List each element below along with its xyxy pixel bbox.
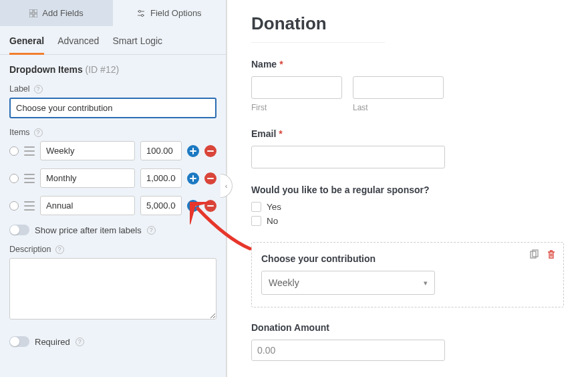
tab-field-options-label: Field Options [150,8,202,18]
first-sublabel: First [251,103,342,112]
email-label-text: Email [251,128,276,139]
item-price-input[interactable] [140,196,182,215]
help-icon[interactable]: ? [34,128,43,137]
checkbox-no-label: No [267,216,278,226]
item-label-input[interactable] [40,168,135,188]
item-default-radio[interactable] [9,201,19,211]
add-item-button[interactable] [187,172,199,184]
subtab-general[interactable]: General [9,35,44,55]
item-label-input[interactable] [40,141,135,160]
label-heading: Label [9,84,30,94]
item-row [9,168,216,188]
remove-item-button[interactable] [204,145,216,157]
selected-field-wrapper[interactable]: Choose your contribution Weekly ▾ [251,242,564,307]
svg-point-6 [139,10,141,12]
sponsor-question: Would you like to be a regular sponsor? [251,184,564,195]
item-row [9,196,216,215]
dropdown-selected-value: Weekly [269,277,299,288]
section-title: Dropdown Items (ID #12) [9,64,216,75]
remove-item-button[interactable] [204,172,216,184]
drag-handle-icon[interactable] [24,174,35,183]
label-input[interactable] [9,98,216,118]
svg-rect-0 [29,9,33,13]
show-price-label: Show price after item labels [35,225,142,235]
help-icon[interactable]: ? [76,338,84,346]
tab-add-fields-label: Add Fields [42,8,83,18]
email-field-label: Email* [251,128,564,139]
item-default-radio[interactable] [9,146,19,156]
required-toggle[interactable] [9,336,29,347]
section-name: Dropdown Items [9,64,83,75]
checkbox-no[interactable] [251,216,261,226]
svg-rect-1 [34,9,37,13]
tab-add-fields[interactable]: Add Fields [0,0,113,26]
email-input[interactable] [251,146,445,168]
help-icon[interactable]: ? [34,85,43,94]
item-default-radio[interactable] [9,174,19,183]
chevron-down-icon: ▾ [424,279,428,287]
duplicate-icon[interactable] [529,249,539,260]
drag-handle-icon[interactable] [24,201,35,211]
item-price-input[interactable] [140,168,182,188]
name-label-text: Name [251,59,277,70]
drag-handle-icon[interactable] [24,146,35,156]
items-heading: Items [9,128,30,137]
svg-point-7 [142,14,144,16]
section-id: (ID #12) [86,64,120,75]
name-field-label: Name* [251,59,564,70]
checkbox-yes[interactable] [251,202,261,212]
add-item-button[interactable] [187,200,199,212]
item-label-input[interactable] [40,196,135,215]
tab-field-options[interactable]: Field Options [113,0,226,26]
show-price-toggle[interactable] [9,225,29,235]
item-price-input[interactable] [140,141,182,160]
help-icon[interactable]: ? [147,226,156,235]
required-label: Required [35,337,70,347]
donation-amount-label: Donation Amount [251,322,564,333]
delete-icon[interactable] [546,249,557,260]
contribution-label: Choose your contribution [261,253,554,264]
subtab-smart-logic[interactable]: Smart Logic [112,35,162,54]
last-sublabel: Last [353,103,444,112]
divider [251,42,385,43]
svg-rect-3 [34,14,37,17]
form-title: Donation [251,13,564,34]
add-item-button[interactable] [187,145,199,157]
last-name-input[interactable] [353,76,444,99]
donation-amount-input[interactable] [251,340,445,361]
remove-item-button[interactable] [204,200,216,212]
first-name-input[interactable] [251,76,342,99]
help-icon[interactable]: ? [55,245,64,254]
description-textarea[interactable] [9,258,216,320]
description-heading: Description [9,245,51,254]
subtab-advanced[interactable]: Advanced [57,35,99,54]
svg-rect-2 [29,14,33,17]
checkbox-yes-label: Yes [267,202,281,212]
contribution-dropdown[interactable]: Weekly ▾ [261,271,435,295]
item-row [9,141,216,160]
